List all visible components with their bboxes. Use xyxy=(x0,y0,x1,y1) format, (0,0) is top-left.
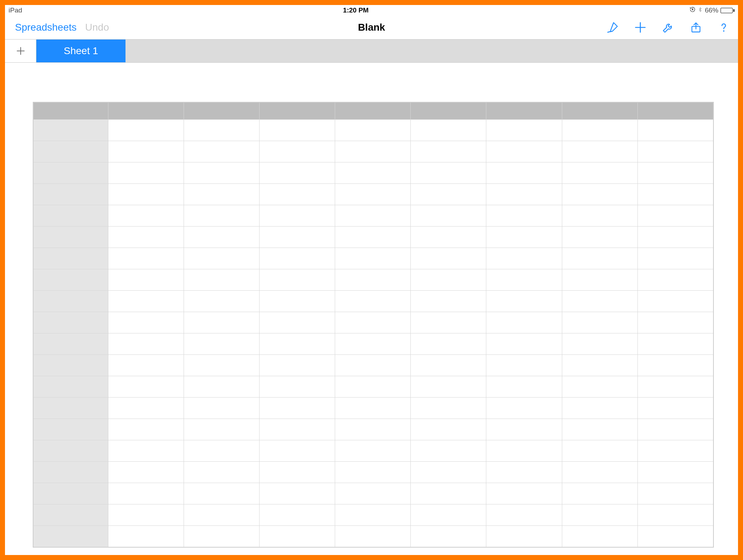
cell[interactable] xyxy=(637,440,713,462)
cell[interactable] xyxy=(335,120,411,141)
column-header[interactable] xyxy=(562,103,637,120)
cell[interactable] xyxy=(637,205,713,227)
cell[interactable] xyxy=(184,333,259,355)
cell[interactable] xyxy=(184,141,259,162)
cell[interactable] xyxy=(260,291,335,312)
cell[interactable] xyxy=(562,184,637,205)
column-header[interactable] xyxy=(260,103,335,120)
cell[interactable] xyxy=(411,291,486,312)
row-header[interactable] xyxy=(34,419,108,440)
column-header[interactable] xyxy=(108,103,184,120)
cell[interactable] xyxy=(486,184,562,205)
column-header-row[interactable] xyxy=(34,103,713,120)
cell[interactable] xyxy=(562,269,637,291)
row-header[interactable] xyxy=(34,440,108,462)
cell[interactable] xyxy=(637,504,713,526)
cell[interactable] xyxy=(562,312,637,333)
cell[interactable] xyxy=(411,398,486,419)
cell[interactable] xyxy=(411,120,486,141)
cell[interactable] xyxy=(335,162,411,184)
cell[interactable] xyxy=(637,184,713,205)
cell[interactable] xyxy=(108,184,184,205)
back-button[interactable]: Spreadsheets xyxy=(15,22,77,33)
cell[interactable] xyxy=(411,184,486,205)
cell[interactable] xyxy=(260,526,335,547)
cell[interactable] xyxy=(184,312,259,333)
cell[interactable] xyxy=(108,440,184,462)
cell[interactable] xyxy=(562,355,637,376)
cell[interactable] xyxy=(335,205,411,227)
cell[interactable] xyxy=(108,398,184,419)
cell[interactable] xyxy=(335,419,411,440)
row-header[interactable] xyxy=(34,162,108,184)
cell[interactable] xyxy=(637,291,713,312)
cell[interactable] xyxy=(184,462,259,483)
row-header[interactable] xyxy=(34,462,108,483)
cell[interactable] xyxy=(260,248,335,269)
cell[interactable] xyxy=(411,248,486,269)
cell[interactable] xyxy=(335,248,411,269)
cell[interactable] xyxy=(562,205,637,227)
cell[interactable] xyxy=(562,248,637,269)
cell[interactable] xyxy=(260,440,335,462)
row-header[interactable] xyxy=(34,205,108,227)
row-header[interactable] xyxy=(34,312,108,333)
cell[interactable] xyxy=(637,227,713,248)
cell[interactable] xyxy=(637,248,713,269)
cell[interactable] xyxy=(335,504,411,526)
cell[interactable] xyxy=(411,355,486,376)
cell[interactable] xyxy=(335,440,411,462)
cell[interactable] xyxy=(562,398,637,419)
cell[interactable] xyxy=(108,227,184,248)
cell[interactable] xyxy=(260,333,335,355)
cell[interactable] xyxy=(637,483,713,504)
cell[interactable] xyxy=(260,504,335,526)
row-header[interactable] xyxy=(34,483,108,504)
cell[interactable] xyxy=(562,462,637,483)
format-brush-icon[interactable] xyxy=(605,20,620,35)
insert-plus-icon[interactable] xyxy=(633,20,647,35)
cell[interactable] xyxy=(637,376,713,398)
cell[interactable] xyxy=(411,462,486,483)
cell[interactable] xyxy=(637,269,713,291)
cell[interactable] xyxy=(335,184,411,205)
spreadsheet-canvas[interactable] xyxy=(5,63,738,555)
spreadsheet-table[interactable] xyxy=(33,102,714,548)
row-header[interactable] xyxy=(34,141,108,162)
cell[interactable] xyxy=(108,376,184,398)
cell[interactable] xyxy=(486,205,562,227)
cell[interactable] xyxy=(335,227,411,248)
cell[interactable] xyxy=(108,526,184,547)
cell[interactable] xyxy=(637,312,713,333)
cell[interactable] xyxy=(108,355,184,376)
cell[interactable] xyxy=(260,162,335,184)
cell[interactable] xyxy=(486,162,562,184)
cell[interactable] xyxy=(486,376,562,398)
row-header[interactable] xyxy=(34,184,108,205)
sheet-tab-active[interactable]: Sheet 1 xyxy=(36,40,125,62)
cell[interactable] xyxy=(637,355,713,376)
row-header[interactable] xyxy=(34,269,108,291)
cell[interactable] xyxy=(637,333,713,355)
cell[interactable] xyxy=(486,398,562,419)
cell[interactable] xyxy=(486,440,562,462)
row-header[interactable] xyxy=(34,120,108,141)
cell[interactable] xyxy=(260,355,335,376)
cell[interactable] xyxy=(411,376,486,398)
cell[interactable] xyxy=(108,462,184,483)
cell[interactable] xyxy=(562,333,637,355)
cell[interactable] xyxy=(486,419,562,440)
cell[interactable] xyxy=(184,504,259,526)
cell[interactable] xyxy=(335,333,411,355)
cell[interactable] xyxy=(335,141,411,162)
cell[interactable] xyxy=(562,483,637,504)
cell[interactable] xyxy=(562,440,637,462)
cell[interactable] xyxy=(637,398,713,419)
cell[interactable] xyxy=(411,141,486,162)
cell[interactable] xyxy=(260,227,335,248)
cell[interactable] xyxy=(335,398,411,419)
cell[interactable] xyxy=(108,269,184,291)
cell[interactable] xyxy=(108,120,184,141)
cell[interactable] xyxy=(486,526,562,547)
cell[interactable] xyxy=(108,291,184,312)
